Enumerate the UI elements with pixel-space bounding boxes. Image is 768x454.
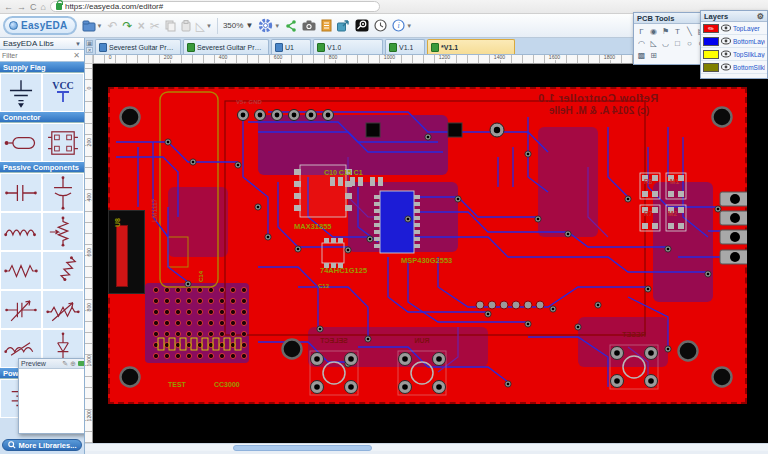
lib-item-resistor[interactable]: [0, 251, 42, 290]
sidebar-splitter[interactable]: ▦✕: [86, 40, 93, 53]
clear-filter-icon[interactable]: ✕: [71, 51, 82, 60]
document-button[interactable]: [321, 19, 332, 32]
ruler-label: 200: [163, 55, 173, 60]
more-libraries-button[interactable]: More Libraries...: [2, 439, 82, 451]
tab-4[interactable]: V1.0: [313, 39, 383, 54]
save-button[interactable]: ▼: [82, 20, 103, 32]
eye-icon[interactable]: [721, 63, 731, 71]
refresh-icon[interactable]: C: [30, 2, 37, 12]
scrollbar-thumb[interactable]: [233, 445, 372, 451]
layers-title: Layers: [704, 12, 728, 21]
layer-color-swatch[interactable]: [703, 50, 719, 59]
copper-area-icon[interactable]: ▩: [637, 50, 646, 61]
tab-5[interactable]: V1.1: [385, 39, 425, 54]
ground-symbol-icon: [3, 76, 39, 110]
track-icon[interactable]: Γ: [637, 26, 646, 37]
home-icon[interactable]: ⌂: [41, 2, 46, 12]
pcb-doc-icon: [317, 43, 325, 52]
edit-pencil-icon[interactable]: ✎: [62, 360, 68, 368]
preview-panel[interactable]: Preview ✎ ⊕: [18, 358, 85, 434]
section-passive[interactable]: Passive Components: [0, 162, 84, 173]
rect-icon[interactable]: □: [673, 38, 682, 49]
undo-button[interactable]: ↶: [108, 20, 118, 32]
horizontal-scrollbar[interactable]: [85, 443, 768, 451]
layers-settings-icon[interactable]: ⚙: [757, 12, 764, 21]
back-icon[interactable]: ←: [4, 2, 13, 12]
label-74ahc: 74AHC1G125: [320, 267, 367, 275]
eye-icon[interactable]: [721, 37, 731, 45]
arc-icon[interactable]: ◠: [637, 38, 646, 49]
layer-row-TopSilkLayer[interactable]: TopSilkLayer: [701, 48, 767, 61]
preview-title: Preview: [21, 360, 46, 367]
line-icon[interactable]: ╲: [685, 26, 694, 37]
circle-icon[interactable]: ○: [685, 38, 694, 49]
url-text[interactable]: https://easyeda.com/editor#: [65, 2, 163, 11]
delete-button[interactable]: ×: [138, 20, 145, 32]
lib-item-trimmer-capacitor[interactable]: [0, 290, 42, 329]
text-icon[interactable]: T: [673, 26, 682, 37]
section-connector[interactable]: Connector: [0, 112, 84, 123]
ruler-label: 1000: [383, 55, 396, 60]
lib-item-ground[interactable]: [0, 73, 42, 112]
redo-button[interactable]: ↷: [123, 20, 133, 32]
tab-3[interactable]: U1: [271, 39, 311, 54]
layer-name: BottomLayer: [733, 38, 765, 45]
zoom-select[interactable]: 350%▼: [223, 21, 253, 30]
lib-item-vcc[interactable]: VCC: [42, 73, 84, 112]
polarized-cap-symbol-icon: [50, 176, 76, 210]
settings-button[interactable]: ▼: [258, 18, 280, 33]
libs-selector[interactable]: EasyEDA Libs▼: [0, 38, 84, 50]
lib-item-inductor[interactable]: [0, 212, 42, 251]
lib-item-capacitor[interactable]: [0, 173, 42, 212]
tab-label: U1: [285, 44, 294, 51]
lib-item-potentiometer[interactable]: [42, 212, 84, 251]
pcb-board[interactable]: Reflow Controller 1.0 (c) 2014 A. & M. H…: [108, 87, 747, 404]
expand-icon[interactable]: ⊕: [70, 360, 76, 368]
flag-icon[interactable]: ⚑: [661, 26, 670, 37]
lib-item-resistor-diagonal[interactable]: [42, 251, 84, 290]
label-run-mirrored: RUN: [402, 337, 442, 344]
tab-6[interactable]: *V1.1: [427, 39, 515, 54]
layer-row-TopLayer[interactable]: ✎TopLayer: [701, 22, 767, 35]
pcb-canvas[interactable]: Reflow Controller 1.0 (c) 2014 A. & M. H…: [93, 64, 768, 443]
layer-color-swatch[interactable]: ✎: [703, 24, 719, 33]
eye-icon[interactable]: [721, 24, 731, 32]
grid-icon[interactable]: ⊞: [649, 50, 658, 61]
curve-icon[interactable]: ◡: [661, 38, 670, 49]
filter-input[interactable]: [2, 52, 71, 59]
layer-name: TopLayer: [733, 25, 760, 32]
lib-item-header[interactable]: [42, 123, 84, 162]
copy-button[interactable]: [165, 20, 176, 32]
layers-panel[interactable]: Layers ⚙ ✎TopLayerBottomLayerTopSilkLaye…: [700, 10, 768, 79]
dimension-icon[interactable]: ◺: [649, 38, 658, 49]
layer-color-swatch[interactable]: [703, 37, 719, 46]
place-icon[interactable]: [78, 361, 85, 366]
address-bar[interactable]: https://easyeda.com/editor#: [50, 1, 380, 12]
tab-2[interactable]: Severest Guitar Proc...: [183, 39, 269, 54]
layer-row-BottomSilkLayer[interactable]: BottomSilkLayer: [701, 61, 767, 74]
forward-icon[interactable]: →: [17, 2, 26, 12]
community-button[interactable]: [355, 19, 369, 32]
section-supply-flag[interactable]: Supply Flag: [0, 62, 84, 73]
export-button[interactable]: [337, 20, 350, 32]
component-u8-cell: [116, 225, 128, 287]
easyeda-logo[interactable]: EasyEDA: [3, 16, 77, 35]
paste-button[interactable]: [181, 20, 191, 32]
tab-1[interactable]: Severest Guitar Proc...: [95, 39, 181, 54]
easyeda-window: ← → C ⌂ https://easyeda.com/editor# Easy…: [0, 0, 768, 454]
lib-item-plug[interactable]: [0, 123, 42, 162]
align-button[interactable]: ◺▼: [196, 20, 212, 32]
cut-button[interactable]: ✂: [150, 20, 160, 32]
eye-icon[interactable]: [721, 50, 731, 58]
board-copyright-mirrored: (c) 2014 A. & M. Helle: [474, 106, 724, 116]
layer-row-BottomLayer[interactable]: BottomLayer: [701, 35, 767, 48]
label-m2: M2: [668, 211, 677, 218]
history-button[interactable]: [374, 19, 387, 32]
via-icon[interactable]: ◉: [649, 26, 658, 37]
help-button[interactable]: i ▼: [392, 19, 412, 32]
lib-item-capacitor-polarized[interactable]: [42, 173, 84, 212]
snapshot-button[interactable]: [302, 20, 316, 31]
lib-item-variable-resistor[interactable]: [42, 290, 84, 329]
layer-color-swatch[interactable]: [703, 63, 719, 72]
share-button[interactable]: [285, 20, 297, 32]
